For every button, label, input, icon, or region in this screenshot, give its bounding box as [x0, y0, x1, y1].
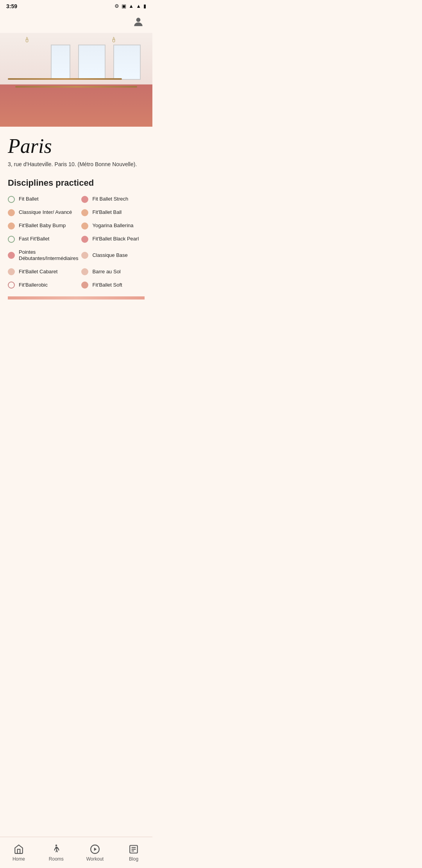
- discipline-item: Fit'Ballet Cabaret: [8, 268, 78, 275]
- svg-point-0: [136, 18, 141, 22]
- chandelier-1: 🕯: [23, 36, 30, 44]
- dot-classique-base: [81, 252, 88, 259]
- discipline-item: Classique Inter/ Avancé: [8, 209, 78, 216]
- discipline-name: Fit Ballet Strech: [92, 196, 128, 203]
- dot-fitballet-ball: [81, 209, 88, 216]
- barre-2: [8, 78, 122, 80]
- discipline-item: Fit'Ballet Baby Bump: [8, 222, 78, 230]
- dot-fitballet-soft: [81, 282, 88, 289]
- dot-classique-inter: [8, 209, 15, 216]
- user-icon: [132, 16, 145, 28]
- discipline-name: Barre au Sol: [92, 269, 120, 275]
- discipline-name: Fast Fit'Ballet: [19, 236, 49, 242]
- sim-icon: ▣: [122, 3, 126, 9]
- settings-icon: ⚙: [114, 3, 119, 9]
- dot-fitballet-blackpearl: [81, 236, 88, 243]
- discipline-name: Fit'Ballet Ball: [92, 209, 122, 216]
- section-title: Disciplines practiced: [8, 178, 145, 188]
- dot-barre-au-sol: [81, 268, 88, 275]
- discipline-name: Yogarina Ballerina: [92, 222, 133, 229]
- address: 3, rue d'Hauteville. Paris 10. (Métro Bo…: [8, 161, 145, 169]
- barre-1: [15, 86, 137, 88]
- discipline-name: Fit'Ballerobic: [19, 282, 48, 289]
- discipline-item: Fit'Ballet Ball: [81, 209, 145, 216]
- status-time: 3:59: [6, 3, 17, 9]
- discipline-item: Pointes Débutantes/Intermédiaires: [8, 249, 78, 262]
- discipline-name: Classique Base: [92, 252, 127, 259]
- window-3: [51, 45, 70, 80]
- discipline-name: Fit'Ballet Soft: [92, 282, 122, 289]
- hero-image: 🕯 🕯: [0, 33, 152, 127]
- profile-button[interactable]: [131, 14, 146, 30]
- dot-fitballet-babybump: [8, 222, 15, 230]
- city-title: Paris: [8, 135, 145, 158]
- discipline-item: Fast Fit'Ballet: [8, 236, 78, 243]
- dot-fitballet-cabaret: [8, 268, 15, 275]
- discipline-item: Fit Ballet: [8, 196, 78, 203]
- discipline-item: Fit'Ballet Soft: [81, 282, 145, 289]
- discipline-name: Fit'Ballet Black Pearl: [92, 236, 139, 242]
- chandelier-2: 🕯: [110, 36, 117, 44]
- decorative-stripe: [8, 296, 145, 299]
- dot-fit-ballet-strech: [81, 196, 88, 203]
- dot-pointes: [8, 252, 15, 259]
- discipline-name: Classique Inter/ Avancé: [19, 209, 72, 216]
- content: Paris 3, rue d'Hauteville. Paris 10. (Mé…: [0, 127, 152, 339]
- disciplines-grid: Fit Ballet Fit Ballet Strech Classique I…: [8, 196, 145, 289]
- dot-fit-ballet: [8, 196, 15, 203]
- discipline-name: Fit Ballet: [19, 196, 39, 203]
- discipline-item: Barre au Sol: [81, 268, 145, 275]
- status-bar: 3:59 ⚙ ▣ ▲ ▲ ▮: [0, 0, 152, 11]
- discipline-name: Pointes Débutantes/Intermédiaires: [19, 249, 78, 262]
- discipline-item: Fit Ballet Strech: [81, 196, 145, 203]
- dot-fitballerobic: [8, 282, 15, 289]
- window-1: [113, 45, 141, 80]
- discipline-item: Yogarina Ballerina: [81, 222, 145, 230]
- window-2: [78, 45, 106, 80]
- status-icons: ⚙ ▣ ▲ ▲ ▮: [114, 3, 146, 9]
- signal-icon: ▲: [129, 3, 134, 9]
- dot-fast-fitballet: [8, 236, 15, 243]
- battery-icon: ▮: [143, 3, 146, 9]
- dot-yogarina: [81, 222, 88, 230]
- discipline-item: Fit'Ballerobic: [8, 282, 78, 289]
- discipline-item: Classique Base: [81, 249, 145, 262]
- header: [0, 11, 152, 33]
- discipline-item: Fit'Ballet Black Pearl: [81, 236, 145, 243]
- floor: [0, 84, 152, 127]
- wifi-icon: ▲: [136, 3, 141, 9]
- discipline-name: Fit'Ballet Cabaret: [19, 269, 57, 275]
- discipline-name: Fit'Ballet Baby Bump: [19, 222, 66, 229]
